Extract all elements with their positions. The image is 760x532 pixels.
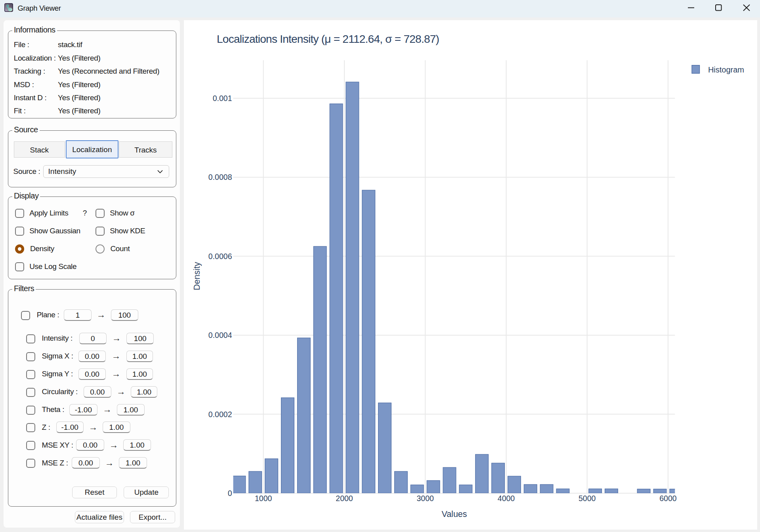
- svg-text:1000: 1000: [255, 494, 272, 503]
- svg-text:0.0006: 0.0006: [208, 252, 232, 261]
- svg-text:0.0002: 0.0002: [208, 410, 232, 419]
- svg-text:0: 0: [227, 489, 232, 498]
- svg-text:6000: 6000: [659, 494, 677, 503]
- svg-text:Histogram: Histogram: [708, 65, 744, 74]
- svg-text:0.0004: 0.0004: [208, 331, 232, 339]
- svg-text:Density: Density: [192, 262, 201, 290]
- svg-text:Localizations Intensity (μ = 2: Localizations Intensity (μ = 2112.64, σ …: [217, 33, 439, 45]
- svg-text:Values: Values: [441, 509, 467, 519]
- svg-text:4000: 4000: [497, 494, 515, 503]
- svg-text:0.001: 0.001: [212, 94, 232, 103]
- svg-text:0.0008: 0.0008: [208, 173, 232, 181]
- svg-text:2000: 2000: [336, 494, 353, 503]
- svg-text:3000: 3000: [416, 494, 434, 503]
- svg-text:5000: 5000: [579, 494, 596, 503]
